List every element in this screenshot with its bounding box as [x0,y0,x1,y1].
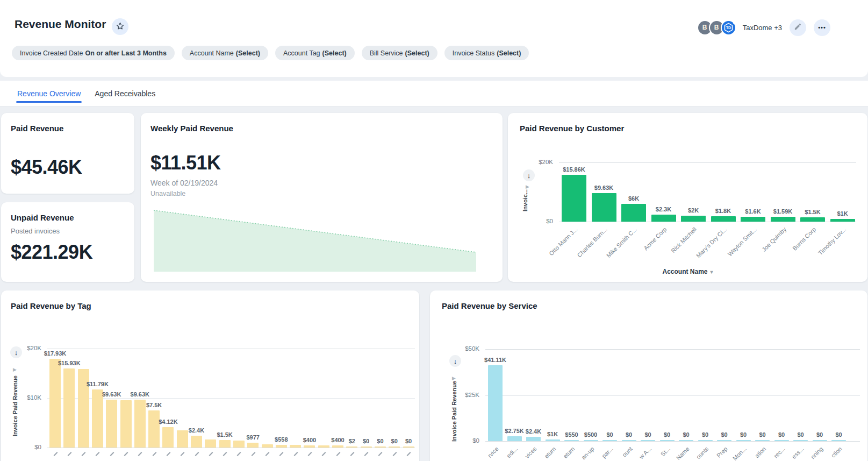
tab-aged-receivables[interactable]: Aged Receivables [94,81,156,106]
bar[interactable] [771,217,795,222]
bar[interactable] [361,446,372,448]
bar[interactable] [755,440,770,441]
bar[interactable] [148,410,160,448]
expand-caret-icon[interactable]: ▶ [526,184,529,189]
bar[interactable] [507,436,522,441]
x-tick-stub [167,452,171,456]
bar[interactable] [717,440,731,441]
bar[interactable] [526,437,541,441]
arrow-down-icon: ↓ [454,357,457,365]
bar[interactable] [162,427,174,448]
bar[interactable] [49,359,61,448]
filter-chip-bill-service[interactable]: Bill Service(Select) [362,46,437,60]
bar-value-label: $9.63K [102,391,121,398]
bar-value-label: $0 [606,431,613,438]
bar[interactable] [375,446,386,448]
x-category-label: Joe Quimby [761,226,787,253]
x-category-label: Otto Mann J... [548,226,578,257]
expand-caret-icon[interactable]: ▶ [452,375,456,381]
sort-descending-button[interactable]: ↓ [449,355,461,367]
sort-descending-button[interactable]: ↓ [523,169,535,181]
more-options-button[interactable]: ••• [814,19,830,36]
x-tick-stub [110,452,114,456]
bar[interactable] [562,175,586,222]
bar[interactable] [120,400,132,448]
bar[interactable] [403,446,414,448]
bar[interactable] [106,400,117,448]
bar[interactable] [488,365,503,441]
bar-value-label: $550 [565,431,578,438]
bar[interactable] [660,440,675,441]
bar[interactable] [134,400,146,448]
filter-chip-account-tag[interactable]: Account Tag(Select) [275,46,355,60]
bar[interactable] [830,219,855,222]
bar[interactable] [177,430,188,448]
bar[interactable] [276,445,287,448]
x-category-label: rec... [772,445,786,459]
tab-revenue-overview[interactable]: Revenue Overview [16,81,82,106]
bar[interactable] [205,439,216,448]
bar-value-label: $0 [702,431,708,438]
bar[interactable] [546,439,560,441]
y-tick-label: $0 [34,444,41,450]
bar[interactable] [641,440,655,441]
bar[interactable] [304,445,315,448]
bar[interactable] [621,204,646,222]
y-tick-label: $0 [472,437,479,444]
bar[interactable] [622,440,636,441]
bar[interactable] [774,440,789,441]
y-tick-label: $25K [465,392,479,398]
bar-value-label: $0 [778,431,785,438]
x-axis-title-dropdown[interactable]: Account Name▾ [508,268,867,275]
bar-value-label: $15.86K [563,166,585,173]
bar-value-label: $0 [721,431,727,438]
bar[interactable] [592,193,616,222]
bar[interactable] [247,443,259,448]
bar[interactable] [793,440,808,441]
filter-chip-invoice-created-date[interactable]: Invoice Created DateOn or after Last 3 M… [12,46,175,60]
card-title: Unpaid Revenue [11,213,74,222]
favorite-star-button[interactable] [112,18,128,35]
bar[interactable] [233,441,245,448]
bar[interactable] [346,446,357,448]
bar[interactable] [564,440,579,441]
bar[interactable] [698,440,713,441]
bar[interactable] [219,440,231,448]
bar[interactable] [681,216,706,222]
bar[interactable] [191,436,202,448]
bar[interactable] [262,444,273,448]
bar[interactable] [318,445,329,448]
gridline [47,448,415,448]
sort-descending-button[interactable]: ↓ [10,346,22,358]
bar[interactable] [584,440,598,441]
dropdown-caret-icon: ▾ [711,269,713,275]
x-category-label: w A... [637,445,652,460]
bar[interactable] [741,217,765,222]
bar[interactable] [602,440,617,441]
bar[interactable] [63,368,75,448]
filter-chip-account-name[interactable]: Account Name(Select) [182,46,268,60]
bar[interactable] [736,440,751,441]
bar[interactable] [290,445,301,448]
bar-value-label: $2.4K [189,427,204,434]
edit-button[interactable] [790,19,806,36]
chart-title: Paid Revenue by Service [442,301,537,310]
bar[interactable] [651,215,676,222]
y-axis-label: Invoice Paid Revenue [12,375,18,436]
x-category-label: Charles Burn... [576,226,608,258]
bar[interactable] [831,440,846,441]
y-tick-label: $20K [27,345,41,351]
bar[interactable] [679,440,693,441]
gridline [485,395,860,396]
bar[interactable] [92,389,103,448]
filter-chip-invoice-status[interactable]: Invoice Status(Select) [444,46,529,60]
taxdome-logo-avatar[interactable]: TD [721,20,736,36]
bar[interactable] [332,445,343,448]
bar[interactable] [389,446,400,448]
bar[interactable] [800,217,825,222]
x-tick-stub [251,452,255,456]
bar-value-label: $0 [816,431,823,438]
bar[interactable] [711,216,736,222]
expand-caret-icon[interactable]: ▶ [13,367,17,372]
bar[interactable] [813,440,827,441]
